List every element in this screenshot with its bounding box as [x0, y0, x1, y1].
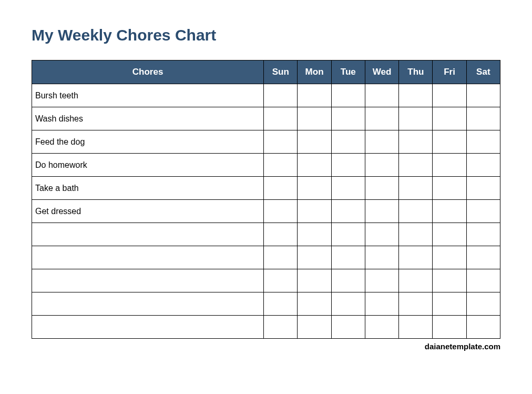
chore-cell[interactable]	[466, 223, 500, 246]
chore-cell[interactable]	[365, 246, 398, 269]
chore-cell[interactable]	[433, 154, 466, 177]
chore-cell[interactable]	[466, 107, 500, 130]
chore-cell[interactable]	[264, 84, 298, 107]
chore-label[interactable]	[32, 246, 264, 269]
chore-cell[interactable]	[433, 246, 466, 269]
chore-label[interactable]	[32, 292, 264, 316]
chore-cell[interactable]	[399, 223, 433, 246]
chore-cell[interactable]	[264, 130, 298, 154]
chore-cell[interactable]	[331, 84, 365, 107]
chore-cell[interactable]	[331, 177, 365, 200]
chore-cell[interactable]	[399, 292, 433, 316]
chore-cell[interactable]	[298, 154, 331, 177]
chore-cell[interactable]	[399, 246, 433, 269]
chore-cell[interactable]	[399, 316, 433, 339]
chore-cell[interactable]	[331, 269, 365, 292]
table-row	[32, 316, 500, 339]
chore-cell[interactable]	[466, 246, 500, 269]
chore-cell[interactable]	[298, 200, 331, 223]
chore-label: Bursh teeth	[32, 84, 264, 107]
chore-cell[interactable]	[399, 130, 433, 154]
chore-cell[interactable]	[466, 177, 500, 200]
chore-cell[interactable]	[399, 269, 433, 292]
chore-cell[interactable]	[433, 177, 466, 200]
chore-cell[interactable]	[399, 200, 433, 223]
chore-cell[interactable]	[365, 107, 398, 130]
header-day-mon: Mon	[298, 60, 331, 84]
header-day-tue: Tue	[331, 60, 365, 84]
table-row: Wash dishes	[32, 107, 500, 130]
chore-cell[interactable]	[331, 200, 365, 223]
chore-cell[interactable]	[264, 177, 298, 200]
chore-cell[interactable]	[298, 107, 331, 130]
chore-cell[interactable]	[433, 130, 466, 154]
chore-cell[interactable]	[331, 130, 365, 154]
chore-label: Do homework	[32, 154, 264, 177]
chore-label: Wash dishes	[32, 107, 264, 130]
chore-cell[interactable]	[264, 269, 298, 292]
chore-label[interactable]	[32, 316, 264, 339]
chore-cell[interactable]	[433, 223, 466, 246]
table-row: Get dressed	[32, 200, 500, 223]
chore-label: Take a bath	[32, 177, 264, 200]
chore-cell[interactable]	[399, 107, 433, 130]
chore-cell[interactable]	[433, 292, 466, 316]
chore-cell[interactable]	[365, 223, 398, 246]
chore-cell[interactable]	[365, 200, 398, 223]
chore-cell[interactable]	[466, 316, 500, 339]
chore-cell[interactable]	[264, 316, 298, 339]
chore-cell[interactable]	[264, 223, 298, 246]
chore-cell[interactable]	[433, 200, 466, 223]
table-row	[32, 292, 500, 316]
chore-cell[interactable]	[264, 107, 298, 130]
chore-cell[interactable]	[331, 292, 365, 316]
chore-cell[interactable]	[365, 292, 398, 316]
chore-label[interactable]	[32, 269, 264, 292]
table-row: Bursh teeth	[32, 84, 500, 107]
chore-cell[interactable]	[399, 177, 433, 200]
chore-cell[interactable]	[331, 107, 365, 130]
chore-cell[interactable]	[466, 200, 500, 223]
chore-cell[interactable]	[331, 223, 365, 246]
chore-cell[interactable]	[264, 246, 298, 269]
chore-cell[interactable]	[331, 316, 365, 339]
chore-cell[interactable]	[298, 246, 331, 269]
chore-cell[interactable]	[365, 154, 398, 177]
chore-cell[interactable]	[433, 84, 466, 107]
chore-cell[interactable]	[298, 130, 331, 154]
chore-label: Get dressed	[32, 200, 264, 223]
chore-cell[interactable]	[466, 84, 500, 107]
chore-cell[interactable]	[365, 84, 398, 107]
chore-cell[interactable]	[466, 154, 500, 177]
chore-cell[interactable]	[264, 292, 298, 316]
chore-cell[interactable]	[365, 177, 398, 200]
header-day-fri: Fri	[433, 60, 466, 84]
chore-cell[interactable]	[433, 316, 466, 339]
chore-cell[interactable]	[264, 200, 298, 223]
chore-cell[interactable]	[433, 107, 466, 130]
chore-cell[interactable]	[331, 246, 365, 269]
chore-cell[interactable]	[298, 223, 331, 246]
table-row: Take a bath	[32, 177, 500, 200]
chore-label[interactable]	[32, 223, 264, 246]
chore-cell[interactable]	[298, 84, 331, 107]
chore-cell[interactable]	[331, 154, 365, 177]
chore-cell[interactable]	[399, 84, 433, 107]
chore-cell[interactable]	[399, 154, 433, 177]
chore-cell[interactable]	[298, 316, 331, 339]
chore-cell[interactable]	[365, 316, 398, 339]
chore-cell[interactable]	[365, 269, 398, 292]
chore-cell[interactable]	[433, 269, 466, 292]
chore-cell[interactable]	[298, 177, 331, 200]
chore-cell[interactable]	[466, 269, 500, 292]
table-header-row: Chores Sun Mon Tue Wed Thu Fri Sat	[32, 60, 500, 84]
chore-cell[interactable]	[298, 292, 331, 316]
chore-cell[interactable]	[264, 154, 298, 177]
page-title: My Weekly Chores Chart	[32, 26, 500, 44]
chore-cell[interactable]	[466, 292, 500, 316]
header-chores: Chores	[32, 60, 264, 84]
chore-cell[interactable]	[298, 269, 331, 292]
header-day-thu: Thu	[399, 60, 433, 84]
chore-cell[interactable]	[365, 130, 398, 154]
chore-cell[interactable]	[466, 130, 500, 154]
